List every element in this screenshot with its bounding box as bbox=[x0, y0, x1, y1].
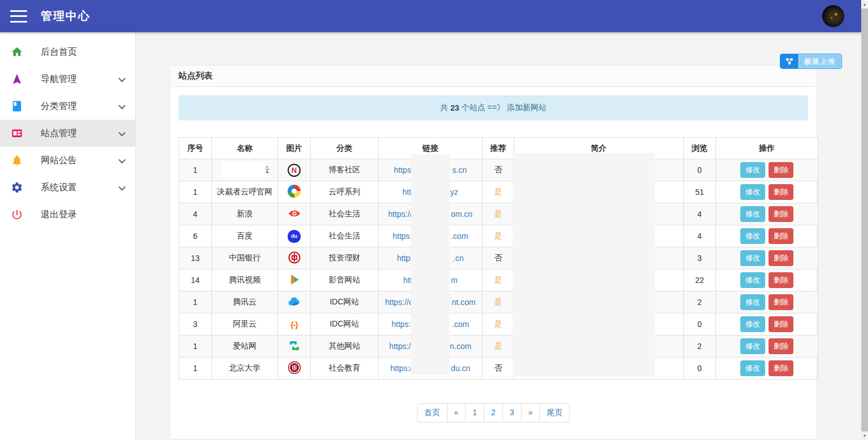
delete-button[interactable]: 删除 bbox=[769, 338, 793, 354]
cell-index: 1 bbox=[179, 291, 212, 313]
delete-button[interactable]: 删除 bbox=[769, 272, 793, 288]
power-icon bbox=[10, 208, 24, 221]
recommended-flag: 是 bbox=[494, 297, 502, 306]
cell-index: 13 bbox=[179, 247, 212, 269]
chevron-down-icon bbox=[119, 156, 126, 163]
cell-views: 51 bbox=[684, 181, 716, 203]
edit-button[interactable]: 修改 bbox=[740, 228, 765, 244]
cluster-upload-icon bbox=[780, 54, 798, 68]
cell-actions: 修改删除 bbox=[716, 181, 818, 203]
sidebar-item-2[interactable]: 分类管理 bbox=[0, 93, 135, 120]
sidebar-item-0[interactable]: 后台首页 bbox=[0, 38, 135, 66]
quick-upload-button[interactable]: 极速上传 bbox=[780, 54, 842, 69]
cell-recommended: 是 bbox=[483, 181, 514, 203]
edit-button[interactable]: 修改 bbox=[740, 184, 765, 200]
page-next[interactable]: » bbox=[521, 403, 540, 422]
aizhan-icon bbox=[288, 345, 301, 354]
edit-button[interactable]: 修改 bbox=[740, 250, 765, 266]
tencent-cloud-icon bbox=[287, 301, 302, 310]
chevron-down-icon bbox=[119, 183, 126, 190]
sidebar-item-1[interactable]: 导航管理 bbox=[0, 66, 135, 93]
sidebar-item-5[interactable]: 系统设置 bbox=[0, 174, 135, 201]
edit-button[interactable]: 修改 bbox=[740, 294, 765, 310]
delete-button[interactable]: 删除 bbox=[769, 294, 793, 310]
cell-actions: 修改删除 bbox=[716, 225, 818, 247]
delete-button[interactable]: 删除 bbox=[769, 206, 793, 222]
cell-recommended: 否 bbox=[483, 159, 514, 181]
delete-button[interactable]: 删除 bbox=[769, 162, 793, 178]
navigation-icon bbox=[10, 72, 24, 86]
cell-site-icon bbox=[278, 247, 311, 269]
cell-site-icon bbox=[278, 203, 311, 225]
table-row: 3阿里云(-)IDC网站https:/.com是0修改删除 bbox=[179, 313, 818, 336]
delete-button[interactable]: 删除 bbox=[769, 250, 793, 266]
scroll-up-icon[interactable]: ▲ bbox=[861, 0, 868, 8]
scrollbar-thumb[interactable] bbox=[861, 8, 868, 432]
column-header: 图片 bbox=[278, 138, 311, 159]
site-table-wrap: 序号名称图片分类链接推荐简介浏览操作 1云N博客社区https:s.cn否0修改… bbox=[179, 137, 808, 380]
sidebar-item-6[interactable]: 退出登录 bbox=[0, 201, 135, 228]
page-2[interactable]: 2 bbox=[484, 403, 503, 422]
cell-actions: 修改删除 bbox=[716, 269, 818, 291]
table-row: 1北京大学社会教育https:/du.cn否0修改删除 bbox=[179, 358, 818, 380]
sidebar-item-4[interactable]: 网站公告 bbox=[0, 147, 135, 174]
page-prev[interactable]: « bbox=[447, 403, 466, 422]
baidu-icon: du bbox=[288, 230, 301, 239]
page-first[interactable]: 首页 bbox=[417, 403, 448, 422]
cell-category: 投资理财 bbox=[311, 247, 379, 269]
table-row: 6百度du社会生活https:.com是4修改删除 bbox=[179, 225, 818, 247]
table-row: 13中国银行投资理财https.cn否3修改删除 bbox=[179, 247, 818, 269]
cell-category: 社会生活 bbox=[311, 225, 379, 247]
column-header: 分类 bbox=[311, 138, 379, 159]
chevron-down-icon bbox=[119, 129, 126, 136]
sidebar-item-label: 系统设置 bbox=[41, 182, 119, 194]
cell-site-icon bbox=[278, 336, 311, 358]
boc-icon bbox=[288, 257, 301, 266]
edit-button[interactable]: 修改 bbox=[740, 206, 765, 222]
cloud-ball-icon bbox=[288, 190, 301, 199]
cell-actions: 修改删除 bbox=[716, 336, 818, 358]
edit-button[interactable]: 修改 bbox=[740, 162, 765, 178]
cell-recommended: 否 bbox=[483, 358, 514, 380]
delete-button[interactable]: 删除 bbox=[769, 228, 793, 244]
book-icon bbox=[10, 99, 24, 113]
recommended-flag: 是 bbox=[494, 319, 502, 328]
recommended-flag: 否 bbox=[494, 165, 502, 174]
sidebar-item-label: 网站公告 bbox=[41, 155, 119, 167]
page-last[interactable]: 尾页 bbox=[539, 403, 570, 422]
sidebar-item-3[interactable]: 站点管理 bbox=[0, 120, 135, 147]
cell-views: 22 bbox=[684, 269, 716, 291]
edit-button[interactable]: 修改 bbox=[740, 360, 765, 376]
site-list-panel: 站点列表 共 23 个站点 ==》 添加新网站 序号名称图片分类链接推荐简介浏览… bbox=[170, 65, 817, 439]
menu-icon[interactable] bbox=[10, 10, 27, 23]
n-badge-icon: N bbox=[288, 165, 301, 175]
scroll-down-icon[interactable]: ▼ bbox=[861, 432, 868, 440]
cell-views: 2 bbox=[684, 336, 716, 358]
edit-button[interactable]: 修改 bbox=[740, 316, 765, 332]
panel-title: 站点列表 bbox=[170, 66, 817, 87]
summary-prefix: 共 bbox=[440, 103, 448, 113]
page-1[interactable]: 1 bbox=[465, 403, 484, 422]
cell-recommended: 是 bbox=[483, 203, 514, 225]
recommended-flag: 是 bbox=[494, 187, 502, 196]
column-header: 浏览 bbox=[684, 138, 716, 159]
scrollbar[interactable]: ▲ ▼ bbox=[861, 0, 868, 440]
page-3[interactable]: 3 bbox=[502, 403, 522, 422]
table-row: 1爱站网其他网站https:/n.com是2修改删除 bbox=[179, 336, 818, 358]
cell-site-icon: du bbox=[278, 225, 311, 247]
delete-button[interactable]: 删除 bbox=[769, 184, 793, 200]
recommended-flag: 是 bbox=[494, 231, 502, 240]
recommended-flag: 否 bbox=[494, 363, 502, 372]
edit-button[interactable]: 修改 bbox=[740, 272, 765, 288]
cell-site-name: 中国银行 bbox=[212, 247, 278, 269]
edit-button[interactable]: 修改 bbox=[740, 338, 765, 354]
delete-button[interactable]: 删除 bbox=[769, 316, 793, 332]
add-site-link[interactable]: 添加新网站 bbox=[507, 103, 546, 113]
avatar[interactable] bbox=[822, 5, 844, 27]
site-card-icon bbox=[10, 127, 24, 140]
intro-redaction-overlay bbox=[513, 153, 655, 376]
site-count: 23 bbox=[450, 103, 459, 112]
cell-views: 0 bbox=[684, 313, 716, 336]
delete-button[interactable]: 删除 bbox=[769, 360, 793, 376]
table-row: 1决裁者云呼官网云呼系列httyz是51修改删除 bbox=[179, 181, 818, 203]
